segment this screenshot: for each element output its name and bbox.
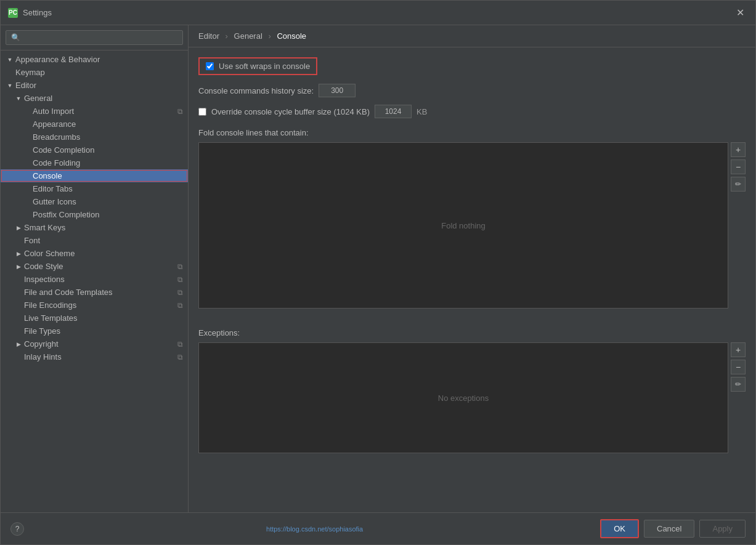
sidebar-item-color-scheme[interactable]: ▶ Color Scheme [1,247,188,260]
cancel-button[interactable]: Cancel [644,520,694,538]
arrow-spacer [23,107,31,116]
fold-remove-button[interactable]: − [731,159,746,174]
sidebar-item-keymap[interactable]: Keymap [1,66,188,79]
override-checkbox[interactable] [198,108,206,116]
sidebar-item-label: File Encodings [24,301,177,310]
titlebar: PC Settings ✕ [1,1,755,25]
sidebar-item-file-types[interactable]: File Types [1,325,188,337]
arrow-spacer [14,353,23,361]
fold-edit-button[interactable]: ✏ [731,177,746,192]
sidebar-item-file-code-templates[interactable]: File and Code Templates ⧉ [1,286,188,299]
exceptions-placeholder: No exceptions [438,394,489,403]
sidebar-item-editor-tabs[interactable]: Editor Tabs [1,182,188,195]
sidebar-item-label: Editor Tabs [33,184,183,193]
soft-wrap-checkbox[interactable] [206,62,214,70]
sidebar-item-auto-import[interactable]: Auto Import ⧉ [1,105,188,118]
arrow-spacer [14,301,23,310]
sidebar-item-label: Font [24,236,183,245]
dialog-title: Settings [23,8,52,17]
arrow-spacer [23,120,31,129]
sidebar-item-label: Editor [15,81,183,90]
copy-icon: ⧉ [177,340,183,349]
arrow-spacer [23,211,31,219]
console-settings: Use soft wraps in console Console comman… [189,47,755,512]
sidebar-item-code-completion[interactable]: Code Completion [1,143,188,156]
arrow-spacer [23,198,31,206]
exceptions-panel-wrapper: No exceptions + − ✏ [198,342,746,463]
arrow-spacer [14,327,23,336]
sidebar-item-copyright[interactable]: ▶ Copyright ⧉ [1,337,188,350]
breadcrumb-editor: Editor [198,31,219,41]
copy-icon: ⧉ [177,275,183,284]
sidebar-item-label: Auto Import [33,107,177,116]
history-label: Console commands history size: [198,86,314,95]
breadcrumb-sep2: › [268,31,270,41]
sidebar-item-editor[interactable]: ▼ Editor [1,79,188,92]
sidebar-item-label: Live Templates [24,313,183,323]
history-row: Console commands history size: [198,84,746,97]
exceptions-actions: + − ✏ [731,342,746,392]
sidebar-item-label: Appearance & Behavior [15,55,183,64]
fold-add-button[interactable]: + [731,142,746,157]
arrow-spacer [23,185,31,193]
arrow-spacer [23,159,31,168]
sidebar-item-label: Console [33,171,183,180]
sidebar-item-label: Inlay Hints [24,352,177,361]
arrow-spacer [23,133,31,142]
exceptions-remove-button[interactable]: − [731,360,746,374]
copy-icon: ⧉ [177,353,183,361]
sidebar-item-general[interactable]: ▼ General [1,92,188,105]
sidebar-item-label: File and Code Templates [24,288,177,297]
main-panel: Editor › General › Console Use soft wrap… [189,25,755,512]
sidebar-item-console[interactable]: Console [1,169,188,182]
apply-button[interactable]: Apply [699,520,746,538]
sidebar-item-breadcrumbs[interactable]: Breadcrumbs [1,131,188,143]
sidebar: ▼ Appearance & Behavior Keymap ▼ Editor … [1,25,189,512]
fold-panel[interactable]: Fold nothing [198,142,728,309]
close-button[interactable]: ✕ [733,6,748,20]
sidebar-item-label: Appearance [33,119,183,129]
sidebar-item-label: Postfix Completion [33,210,183,219]
ok-button[interactable]: OK [600,519,639,538]
arrow-icon: ▶ [14,262,23,271]
sidebar-item-live-templates[interactable]: Live Templates [1,312,188,325]
sidebar-item-appearance-behavior[interactable]: ▼ Appearance & Behavior [1,53,188,66]
breadcrumb-sep1: › [226,31,228,41]
arrow-icon: ▶ [14,249,23,258]
copy-icon: ⧉ [177,107,183,116]
arrow-spacer [23,172,31,180]
sidebar-item-gutter-icons[interactable]: Gutter Icons [1,195,188,208]
fold-panel-wrapper: Fold nothing + − ✏ [198,142,746,318]
sidebar-item-label: Smart Keys [24,223,183,232]
sidebar-item-label: Inspections [24,275,177,284]
sidebar-item-inlay-hints[interactable]: Inlay Hints ⧉ [1,350,188,363]
exceptions-add-button[interactable]: + [731,342,746,357]
arrow-icon: ▶ [14,224,23,232]
help-button[interactable]: ? [10,522,24,536]
override-row: Override console cycle buffer size (1024… [198,105,746,118]
sidebar-item-smart-keys[interactable]: ▶ Smart Keys [1,221,188,234]
arrow-spacer [23,146,31,155]
arrow-spacer [14,314,23,323]
soft-wrap-row[interactable]: Use soft wraps in console [198,57,317,75]
exceptions-panel[interactable]: No exceptions [198,342,728,453]
sidebar-item-label: Keymap [15,68,183,77]
history-input[interactable] [319,84,356,97]
sidebar-item-label: File Types [24,326,183,336]
sidebar-item-postfix-completion[interactable]: Postfix Completion [1,208,188,221]
override-unit: KB [417,107,427,116]
sidebar-item-file-encodings[interactable]: File Encodings ⧉ [1,299,188,312]
exceptions-label: Exceptions: [198,328,746,337]
sidebar-item-font[interactable]: Font [1,234,188,247]
sidebar-tree: ▼ Appearance & Behavior Keymap ▼ Editor … [1,50,188,512]
sidebar-item-code-style[interactable]: ▶ Code Style ⧉ [1,260,188,273]
app-icon: PC [8,8,18,18]
exceptions-edit-button[interactable]: ✏ [731,377,746,392]
search-input[interactable] [6,30,183,45]
override-input[interactable] [375,105,412,118]
sidebar-item-code-folding[interactable]: Code Folding [1,156,188,169]
sidebar-item-label: Breadcrumbs [33,132,183,142]
sidebar-item-appearance[interactable]: Appearance [1,118,188,131]
sidebar-item-inspections[interactable]: Inspections ⧉ [1,273,188,286]
arrow-icon: ▼ [14,94,23,103]
